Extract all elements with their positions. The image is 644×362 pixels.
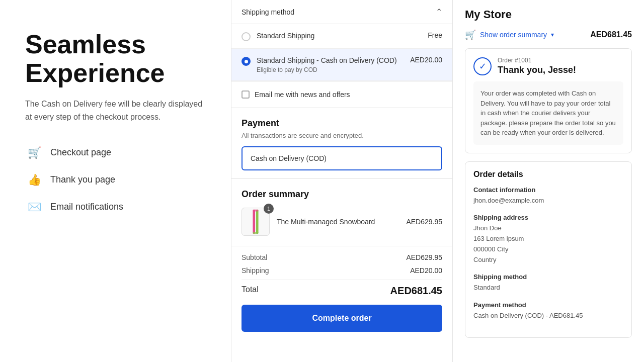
- show-summary-text[interactable]: Show order summary: [480, 31, 547, 39]
- order-confirmed-info: Order #1001 Thank you, Jesse!: [498, 57, 576, 75]
- order-summary-title: Order summary: [242, 189, 442, 200]
- product-name: The Multi-managed Snowboard: [277, 218, 399, 226]
- payment-section: Payment All transactions are secure and …: [231, 108, 452, 179]
- shipping-label: Shipping: [242, 266, 269, 275]
- shipping-chevron-icon: ⌃: [436, 7, 442, 17]
- product-price: AED629.95: [406, 218, 442, 226]
- order-details-title: Order details: [473, 170, 623, 179]
- checkout-label: Checkout page: [50, 147, 111, 158]
- order-confirmed-header: ✓ Order #1001 Thank you, Jesse!: [473, 57, 623, 75]
- feature-email: ✉️ Email notifications: [25, 198, 206, 216]
- order-total-display: AED681.45: [590, 30, 632, 39]
- shipping-section: Shipping method ⌃ Standard Shipping Free…: [231, 0, 452, 81]
- left-panel: Seamless Experience The Cash on Delivery…: [0, 0, 231, 362]
- cart-icon: 🛒: [465, 29, 476, 40]
- feature-thankyou: 👍 Thank you page: [25, 171, 206, 189]
- contact-info-section: Contact information jhon.doe@example.com: [473, 186, 623, 206]
- grand-total-label: Total: [242, 285, 259, 297]
- check-symbol: ✓: [479, 61, 487, 72]
- feature-list: 🛒 Checkout page 👍 Thank you page ✉️ Emai…: [25, 144, 206, 216]
- shipping-method-section: Shipping method Standard: [473, 273, 623, 293]
- shipping-address-section: Shipping address Jhon Doe 163 Lorem ipsu…: [473, 214, 623, 265]
- right-panel: My Store 🛒 Show order summary ▾ AED681.4…: [453, 0, 644, 362]
- payment-method-box: Cash on Delivery (COD): [242, 146, 442, 170]
- subtotal-value: AED629.95: [406, 253, 442, 261]
- thank-you-text: Thank you, Jesse!: [498, 65, 576, 75]
- email-section: Email me with news and offers: [231, 81, 452, 108]
- order-confirmed-card: ✓ Order #1001 Thank you, Jesse! Your ord…: [465, 48, 632, 153]
- summary-chevron-icon: ▾: [551, 31, 554, 38]
- email-icon: ✉️: [25, 198, 43, 216]
- payment-subtitle: All transactions are secure and encrypte…: [242, 132, 442, 139]
- svg-rect-2: [253, 210, 258, 212]
- email-checkbox-label[interactable]: Email me with news and offers: [255, 90, 350, 99]
- shipping-standard-price: Free: [428, 31, 442, 39]
- checkout-icon: 🛒: [25, 144, 43, 162]
- shipping-option-standard-info: Standard Shipping: [257, 31, 422, 40]
- product-image-wrapper: 1: [242, 208, 270, 236]
- shipping-option-standard[interactable]: Standard Shipping Free: [231, 24, 452, 49]
- shipping-header[interactable]: Shipping method ⌃: [231, 0, 452, 24]
- shipping-section-title: Shipping method: [242, 8, 294, 16]
- toggle-left: 🛒 Show order summary ▾: [465, 29, 554, 40]
- shipping-method-value: Standard: [473, 283, 623, 293]
- feature-checkout: 🛒 Checkout page: [25, 144, 206, 162]
- shipping-address-country: Country: [473, 255, 623, 265]
- shipping-value: AED20.00: [410, 266, 442, 275]
- shipping-address-street: 163 Lorem ipsum: [473, 234, 623, 244]
- payment-title: Payment: [242, 118, 442, 129]
- order-details-card: Order details Contact information jhon.d…: [465, 161, 632, 338]
- totals-section: Subtotal AED629.95 Shipping AED20.00 Tot…: [231, 246, 452, 297]
- radio-standard[interactable]: [242, 32, 251, 41]
- shipping-row: Shipping AED20.00: [242, 266, 442, 275]
- store-title: My Store: [465, 8, 632, 21]
- shipping-standard-name: Standard Shipping: [257, 32, 314, 40]
- headline: Seamless Experience: [25, 30, 206, 87]
- product-image-svg: [245, 209, 267, 235]
- description: The Cash on Delivery fee will be clearly…: [25, 98, 206, 123]
- radio-cod[interactable]: [242, 57, 251, 66]
- complete-order-button[interactable]: Complete order: [242, 305, 442, 332]
- payment-method-value: Cash on Delivery (COD) - AED681.45: [473, 311, 623, 321]
- payment-method-section: Payment method Cash on Delivery (COD) - …: [473, 301, 623, 321]
- subtotal-label: Subtotal: [242, 253, 267, 261]
- svg-rect-1: [256, 210, 259, 234]
- shipping-method-label: Shipping method: [473, 273, 623, 281]
- contact-info-label: Contact information: [473, 186, 623, 194]
- check-circle-icon: ✓: [473, 57, 492, 75]
- svg-rect-3: [253, 232, 258, 234]
- subtotal-row: Subtotal AED629.95: [242, 253, 442, 261]
- shipping-address-name: Jhon Doe: [473, 223, 623, 234]
- email-label: Email notifications: [50, 202, 123, 212]
- shipping-option-cod-info: Standard Shipping - Cash on Delivery (CO…: [257, 56, 404, 73]
- svg-rect-0: [253, 210, 255, 234]
- grand-total-value: AED681.45: [390, 285, 442, 297]
- email-checkbox[interactable]: [242, 90, 250, 99]
- shipping-cod-price: AED20.00: [410, 56, 442, 64]
- order-summary-toggle[interactable]: 🛒 Show order summary ▾ AED681.45: [465, 29, 632, 40]
- shipping-option-cod[interactable]: Standard Shipping - Cash on Delivery (CO…: [231, 49, 452, 81]
- shipping-address-label: Shipping address: [473, 214, 623, 221]
- thankyou-icon: 👍: [25, 171, 43, 189]
- order-number: Order #1001: [498, 57, 576, 64]
- order-confirmed-description: Your order was completed with Cash on De…: [473, 81, 623, 145]
- shipping-address-city: 000000 City: [473, 244, 623, 255]
- payment-method-label: Payment method: [473, 301, 623, 309]
- contact-info-value: jhon.doe@example.com: [473, 196, 623, 206]
- radio-cod-inner: [245, 60, 248, 63]
- shipping-cod-name: Standard Shipping - Cash on Delivery (CO…: [257, 56, 397, 64]
- grand-total-row: Total AED681.45: [242, 280, 442, 297]
- shipping-cod-sub: Eligible to pay by COD: [257, 66, 404, 73]
- middle-panel: Shipping method ⌃ Standard Shipping Free…: [231, 0, 453, 362]
- product-quantity-badge: 1: [264, 204, 274, 214]
- product-row: 1 The Multi-managed Snowboard AED629.95: [242, 208, 442, 236]
- order-summary-section: Order summary 1 The Multi-managed Snowbo…: [231, 179, 452, 236]
- thankyou-label: Thank you page: [50, 174, 115, 185]
